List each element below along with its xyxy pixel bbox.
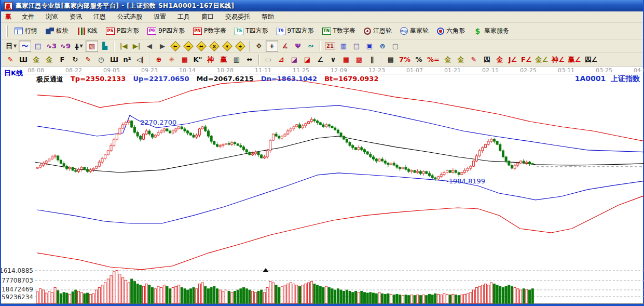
9p-square-button[interactable]: P99P四方形 (144, 24, 188, 37)
menu-item-2[interactable]: 资讯 (64, 11, 87, 22)
angle-lines-tool[interactable]: ∠ (314, 54, 326, 65)
calculator-button[interactable]: ▦ (337, 41, 350, 52)
diamond-expand-button[interactable]: ∗ (221, 41, 234, 52)
sectors-button[interactable]: 板块 (42, 24, 72, 37)
ruler-tool[interactable]: ▥ (230, 54, 243, 65)
t-square-button[interactable]: TST四方形 (231, 24, 271, 37)
p-table-button[interactable]: PNP数字表 (189, 24, 230, 37)
grid-web-tool[interactable]: ▦ (179, 54, 191, 65)
gann-pen-tool[interactable]: ✎ (4, 54, 17, 65)
f-fence-tool[interactable]: F (56, 54, 68, 65)
gann-box-tool[interactable]: ▭ (262, 54, 275, 65)
prev-bar-button[interactable]: ◀ (143, 41, 156, 52)
winner-wheel-button[interactable]: Big赢家轮 (396, 24, 432, 37)
system-button[interactable]: ▢ (389, 41, 402, 52)
p-square-button[interactable]: PSP四方形 (102, 24, 143, 37)
menu-item-4[interactable]: 公式选股 (112, 11, 147, 22)
f-angle-tool[interactable]: F∠ (519, 54, 533, 65)
info-note-tool[interactable]: ▤ (32, 41, 44, 52)
diamond-move-button[interactable]: + (234, 41, 246, 52)
first-bar-button[interactable]: |◀ (117, 41, 130, 52)
gann-wheel-button[interactable]: 江恩轮 (360, 24, 395, 37)
peak-price-label: 2270.2700 (140, 118, 176, 126)
pattern-box-tool[interactable]: ▧ (86, 41, 98, 52)
fan-box-purple-tool[interactable]: ◪ (288, 54, 300, 65)
time-clock-tool[interactable]: ◷ (95, 54, 107, 65)
target-tool[interactable]: ⊕ (153, 54, 165, 65)
gold-fence-tool-1[interactable]: 金 (30, 54, 43, 65)
web-sync-button[interactable]: ⊚ (376, 41, 389, 52)
gold-fence-tool-2[interactable]: 金 (43, 54, 56, 65)
chart-style-dropdown[interactable]: 日▼ (4, 41, 18, 52)
candle-marker-dropdown[interactable]: ǂ▼ (73, 41, 85, 52)
gold-red-tool[interactable]: 金 (494, 54, 506, 65)
gold-angle-tool[interactable]: 金∠ (534, 54, 550, 65)
kline-chart-canvas[interactable]: 08-0808-2209-0509-2310-1410-2811-1111-25… (1, 66, 644, 304)
grid-red2-tool[interactable]: ▩ (353, 54, 365, 65)
red-pen-tool[interactable]: ✎ (82, 54, 94, 65)
menu-item-7[interactable]: 窗口 (196, 11, 219, 22)
hexagon-button[interactable]: 六角形 (433, 24, 469, 37)
ying-angle-tool[interactable]: 赢∠ (567, 54, 583, 65)
t-table-icon: TN (322, 28, 331, 35)
fence2-tool[interactable]: Ш (108, 54, 120, 65)
menu-item-0[interactable]: 文件 (17, 11, 39, 22)
percent-eq-tool[interactable]: %= (426, 54, 441, 65)
four-angle-tool[interactable]: 四∠ (583, 54, 599, 65)
zigzag-overlay-tool[interactable]: 〜 (19, 41, 31, 52)
gold-circle-tool[interactable]: 金 (442, 54, 454, 65)
calendar-button[interactable]: 21 (323, 41, 337, 52)
brain-map-tool[interactable]: ∾ (305, 41, 317, 52)
menu-item-5[interactable]: 设置 (148, 11, 171, 22)
percent-line-tool[interactable]: 7% (398, 54, 412, 65)
t-table-button[interactable]: TNT数字表 (319, 24, 359, 37)
menu-item-6[interactable]: 工具 (172, 11, 195, 22)
toolbar-label: 板块 (56, 26, 68, 35)
diamond-hstretch-button[interactable]: ↔ (195, 41, 208, 52)
menu-item-8[interactable]: 交易委托 (220, 11, 255, 22)
k-quote-tool[interactable]: K" (191, 54, 204, 65)
wave-9-tool[interactable]: ∿9 (59, 41, 72, 52)
spiral-tool[interactable]: ↻ (69, 54, 81, 65)
percent-tool[interactable]: % (413, 54, 425, 65)
quotes-button[interactable]: 行情 (11, 24, 41, 37)
fan-red-tool[interactable]: ⊿ (275, 54, 287, 65)
diamond-compress-button[interactable]: x (208, 41, 221, 52)
shen-grid-tool[interactable]: 神 (204, 54, 217, 65)
menu-item-3[interactable]: 江恩 (88, 11, 111, 22)
diamond-left-button[interactable]: ← (169, 41, 182, 52)
flag-pen-tool[interactable]: ✎ (468, 54, 480, 65)
9t-square-button[interactable]: T99T四方形 (273, 24, 318, 37)
kline-button[interactable]: K线 (73, 24, 101, 37)
diamond-right-button[interactable]: → (182, 41, 195, 52)
parallel-lines-tool[interactable]: ∥ (366, 54, 378, 65)
fan-box-red-tool[interactable]: ◪ (301, 54, 313, 65)
four-square-tool[interactable]: 四 (481, 54, 493, 65)
winner-service-button[interactable]: $赢家服务 (470, 24, 513, 37)
angle-pen-tool[interactable]: ◁| (134, 54, 146, 65)
gann-hat-tool[interactable]: Ψ (292, 41, 304, 52)
star-web-tool[interactable]: ✳ (166, 54, 178, 65)
protractor-tool[interactable]: ∡ (279, 41, 291, 52)
n-square-tool[interactable]: n² (121, 54, 133, 65)
gold-line-tool[interactable]: 金 (455, 54, 467, 65)
shen-angle-tool[interactable]: 神∠ (550, 54, 566, 65)
profile-chart-tool[interactable]: ▙ (99, 41, 111, 52)
time-fence-tool[interactable]: Ш (17, 54, 30, 65)
width-measure-tool[interactable]: ↔ (243, 54, 256, 65)
next-bar-button[interactable]: ▶ (156, 41, 169, 52)
grid-red-tool[interactable]: ▦ (340, 54, 352, 65)
toolbar-separator (149, 55, 150, 65)
j-angle-tool[interactable]: J∠ (506, 54, 519, 65)
pan-hand-tool[interactable]: ✥ (253, 41, 265, 52)
ying-grid-tool[interactable]: 赢 (217, 54, 230, 65)
save-button[interactable]: ▣ (363, 41, 376, 52)
menu-item-1[interactable]: 浏览 (40, 11, 63, 22)
wave-3-tool[interactable]: ∿3 (45, 41, 58, 52)
crosshair-tool[interactable]: + (266, 41, 278, 52)
price-bars-tool[interactable]: ▤ (385, 54, 397, 65)
notes-button[interactable]: ▤ (350, 41, 363, 52)
last-bar-button[interactable]: ▶| (130, 41, 143, 52)
menu-item-9[interactable]: 帮助 (256, 11, 279, 22)
zigzag-v-tool[interactable]: ∨ (327, 54, 339, 65)
